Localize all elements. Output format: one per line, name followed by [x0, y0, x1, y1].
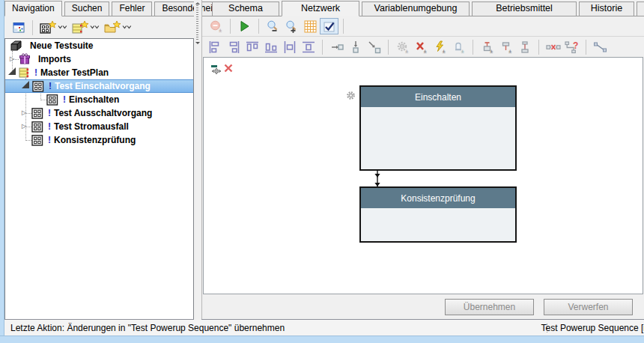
left-tab-bar: Navigation Suchen Fehler Besonderheiten — [4, 0, 194, 16]
tree-item-testsuite[interactable]: Neue Testsuite — [5, 39, 193, 52]
align-left-icon[interactable] — [205, 39, 224, 55]
panel-splitter[interactable] — [194, 0, 201, 320]
tree-item-label: Imports — [38, 54, 71, 64]
navigation-toolbar — [4, 16, 194, 38]
apply-button[interactable]: Übernehmen — [445, 299, 534, 315]
svg-text:±: ± — [490, 48, 493, 54]
new-testplan-icon[interactable] — [70, 19, 102, 37]
align-bottom-icon[interactable] — [261, 39, 280, 55]
node-konsistenzpruefung[interactable]: Konsistenzprüfung — [359, 186, 517, 243]
test-grid-icon — [31, 108, 43, 119]
tree-item-label: Master TestPlan — [40, 67, 109, 78]
tree-item-label: Test Einschaltvorgang — [55, 81, 151, 91]
discard-button[interactable]: Verwerfen — [544, 299, 633, 315]
expander-collapsed-icon[interactable]: ▷ — [20, 123, 28, 130]
node-title: Konsistenzprüfung — [361, 188, 515, 208]
status-bar: Letzte Aktion: Änderungen in "Test Power… — [4, 319, 644, 336]
draw-line-icon[interactable] — [591, 39, 610, 55]
zoom-out-icon[interactable] — [264, 18, 282, 34]
tab-suchen[interactable]: Suchen — [64, 1, 110, 16]
port-bar-icon[interactable]: ± — [496, 39, 515, 55]
window-edge-bottom — [0, 336, 644, 343]
run-icon[interactable] — [235, 18, 254, 34]
expander-expanded-icon[interactable] — [8, 67, 16, 75]
connect-right-icon[interactable] — [327, 39, 346, 55]
gear-icon[interactable] — [346, 91, 356, 100]
network-toolbar-top: ± — [202, 16, 644, 37]
center-vertical-icon[interactable] — [299, 39, 318, 55]
node-title: Einschalten — [361, 87, 515, 107]
panel-window-icon[interactable] — [10, 19, 28, 37]
splitter-handle[interactable] — [196, 3, 198, 40]
disconnect-icon[interactable] — [544, 39, 562, 55]
svg-text:±: ± — [508, 48, 512, 54]
remove-disabled-icon[interactable]: ± — [207, 18, 225, 34]
tree-item-einschalten[interactable]: ! Einschalten — [5, 93, 193, 106]
tree-item-konsistenzpruefung[interactable]: ! Konsistenzprüfung — [5, 133, 193, 147]
toolbar-separator — [343, 19, 344, 34]
toolbar-separator — [32, 20, 33, 35]
splitter-arrow-icon[interactable] — [195, 42, 200, 46]
delete-node-icon[interactable] — [224, 64, 233, 73]
toolbar-separator — [388, 40, 389, 55]
tree-item-imports[interactable]: ▷ Imports — [5, 52, 193, 66]
svg-text:±: ± — [442, 48, 446, 54]
network-toolbar-align: ± ± ± ± ± ± ? — [202, 37, 644, 57]
toolbar-separator — [230, 19, 231, 34]
tab-variablenumgebung[interactable]: Variablenumgebung — [362, 1, 470, 16]
expander-collapsed-icon[interactable]: ▷ — [20, 109, 28, 117]
tab-navigation[interactable]: Navigation — [4, 1, 62, 16]
new-folder-icon[interactable] — [102, 19, 134, 37]
tree-item-label: Einschalten — [69, 94, 119, 105]
tree-item-test-stromausfall[interactable]: ▷ ! Test Stromausfall — [5, 120, 193, 133]
network-canvas[interactable]: Einschalten Konsistenzprüfung — [203, 57, 643, 294]
tree-item-label: Konsistenzprüfung — [54, 135, 136, 145]
lightning-plusminus-icon[interactable]: ± — [431, 39, 449, 55]
align-top-icon[interactable] — [243, 39, 261, 55]
toolbar-separator — [538, 40, 539, 55]
grid-toggle-icon[interactable] — [301, 18, 320, 34]
node-einschalten[interactable]: Einschalten — [359, 85, 517, 171]
expander-expanded-icon[interactable] — [22, 81, 29, 88]
toolbar-separator — [473, 40, 473, 55]
tab-betriebsmittel[interactable]: Betriebsmittel — [472, 1, 577, 16]
expander-collapsed-icon[interactable]: ▷ — [8, 55, 16, 63]
navigation-panel: Navigation Suchen Fehler Besonderheiten — [4, 0, 194, 320]
connect-diagonal-icon[interactable] — [365, 39, 383, 55]
tab-fehler[interactable]: Fehler — [112, 1, 152, 16]
tab-historie[interactable]: Historie — [579, 1, 634, 16]
testsuite-tree: Neue Testsuite ▷ Imports ! Master TestPl… — [4, 38, 194, 320]
connect-down-icon[interactable] — [346, 39, 365, 55]
test-grid-icon — [32, 81, 44, 92]
tree-item-label: Test Stromausfall — [54, 121, 129, 132]
gift-icon — [19, 53, 31, 65]
new-test-icon[interactable] — [37, 19, 70, 37]
port-top-icon[interactable]: ± — [478, 39, 496, 55]
tree-item-test-ausschaltvorgang[interactable]: ▷ ! Test Ausschaltvorgang — [5, 106, 193, 120]
query-connection-icon[interactable]: ? — [562, 39, 581, 55]
vertical-link-icon[interactable] — [515, 39, 534, 55]
toolbar-separator — [322, 40, 323, 55]
tree-item-label: Test Ausschaltvorgang — [54, 108, 152, 118]
tree-item-test-einschaltvorgang[interactable]: ! Test Einschaltvorgang — [5, 79, 193, 93]
connector-arrow[interactable] — [372, 169, 383, 187]
status-last-action: Letzte Aktion: Änderungen in "Test Power… — [10, 323, 285, 333]
tab-schema[interactable]: Schema — [212, 1, 279, 16]
gear-plusminus-icon[interactable]: ± — [393, 39, 412, 55]
align-right-icon[interactable] — [224, 39, 243, 55]
apply-discard-bar: Übernehmen Verwerfen — [202, 294, 644, 320]
delete-plusminus-icon[interactable]: ± — [412, 39, 431, 55]
cube-icon — [10, 40, 22, 52]
zoom-in-icon[interactable] — [282, 18, 301, 34]
center-horizontal-icon[interactable] — [280, 39, 299, 55]
svg-text:±: ± — [423, 48, 427, 54]
tree-item-master-testplan[interactable]: ! Master TestPlan — [5, 66, 193, 79]
svg-text:±: ± — [405, 48, 409, 54]
snap-check-icon[interactable] — [320, 18, 338, 34]
tab-stub — [637, 1, 644, 16]
tab-netzwerk[interactable]: Netzwerk — [282, 1, 359, 16]
svg-text:±: ± — [461, 48, 464, 54]
svg-text:?: ? — [573, 40, 578, 51]
lamp-plusminus-icon[interactable]: ± — [449, 39, 468, 55]
move-node-icon[interactable] — [211, 64, 222, 75]
